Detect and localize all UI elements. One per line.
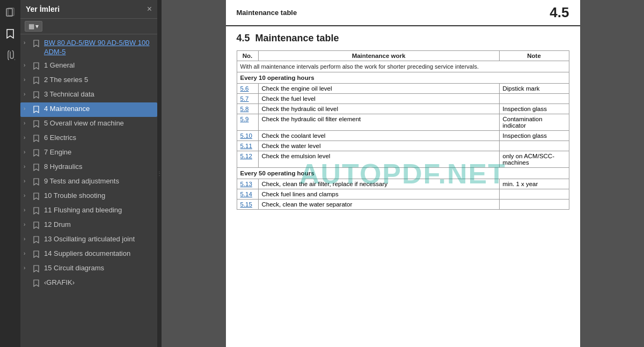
bookmark-item[interactable]: ›15 Circuit diagrams	[20, 262, 157, 276]
bookmark-item[interactable]: ›4 Maintenance	[20, 102, 157, 117]
cell-no: 5.11	[237, 141, 258, 151]
cell-note	[499, 189, 569, 200]
pages-icon[interactable]	[2, 4, 18, 20]
table-row: 5.12Check the emulsion levelonly on ACM/…	[237, 151, 569, 168]
chevron-right-icon[interactable]: ›	[24, 106, 31, 112]
panel-close-button[interactable]: ×	[147, 4, 152, 14]
cell-no: 5.12	[237, 151, 258, 168]
cell-note: Inspection glass	[499, 104, 569, 114]
pdf-page: Maintenance table 4.5 4.5 Maintenance ta…	[226, 0, 580, 347]
chevron-right-icon[interactable]: ›	[24, 91, 31, 97]
bookmark-label: 13 Oscillating articulated joint	[44, 235, 154, 244]
table-intro-row: With all maintenance intervals perform a…	[237, 61, 569, 72]
bookmark-label: 10 Trouble shooting	[44, 191, 154, 201]
bookmark-icon	[33, 77, 42, 86]
bookmark-label: 3 Technical data	[44, 90, 154, 99]
bookmark-item[interactable]: ›8 Hydraulics	[20, 160, 157, 175]
bookmark-icon	[33, 106, 42, 115]
bookmark-item[interactable]: ›3 Technical data	[20, 88, 157, 102]
bookmark-icon	[33, 91, 42, 100]
bookmark-label: 4 Maintenance	[44, 105, 154, 114]
cell-work: Check, clean the air filter, replace if …	[258, 179, 499, 189]
chevron-right-icon[interactable]: ›	[24, 77, 31, 83]
table-row: 5.9Check the hydraulic oil filter elemen…	[237, 114, 569, 131]
bookmark-label: 9 Tests and adjustments	[44, 177, 154, 186]
bookmark-item[interactable]: ›11 Flushing and bleeding	[20, 204, 157, 218]
bookmark-label: 15 Circuit diagrams	[44, 264, 154, 273]
chevron-right-icon[interactable]: ›	[24, 135, 31, 141]
chevron-right-icon[interactable]: ›	[24, 62, 31, 68]
bookmark-icon	[33, 236, 42, 245]
bookmark-item[interactable]: ›7 Engine	[20, 146, 157, 160]
chevron-right-icon[interactable]: ›	[24, 236, 31, 242]
cell-no: 5.9	[237, 114, 258, 131]
bookmark-item[interactable]: ›13 Oscillating articulated joint	[20, 233, 157, 247]
bookmark-icon	[33, 279, 42, 289]
bookmarks-icon[interactable]	[2, 26, 18, 42]
cell-work: Check the coolant level	[258, 131, 499, 141]
chevron-right-icon[interactable]: ›	[24, 40, 31, 46]
col-header-note: Note	[499, 51, 569, 61]
cell-work: Check the emulsion level	[258, 151, 499, 168]
bookmark-item[interactable]: ›12 Drum	[20, 218, 157, 233]
bookmark-item[interactable]: ›BW 80 AD-5/BW 90 AD-5/BW 100 ADM-5	[20, 36, 157, 59]
table-row: 5.14Check fuel lines and clamps	[237, 189, 569, 200]
bookmark-label: 6 Electrics	[44, 134, 154, 143]
bookmark-item[interactable]: ›6 Electrics	[20, 131, 157, 146]
bookmark-icon	[33, 164, 42, 173]
cell-work: Check the hydraulic oil level	[258, 104, 499, 114]
cell-note	[499, 141, 569, 151]
cell-note	[499, 94, 569, 104]
table-row: 5.7Check the fuel level	[237, 94, 569, 104]
bookmark-item[interactable]: ›9 Tests and adjustments	[20, 175, 157, 189]
maintenance-table: No. Maintenance work Note With all maint…	[237, 50, 569, 210]
panel-toolbar: ▦ ▾	[20, 19, 157, 34]
table-row: 5.6Check the engine oil levelDipstick ma…	[237, 84, 569, 94]
cell-work: Check the water level	[258, 141, 499, 151]
chevron-right-icon[interactable]: ›	[24, 149, 31, 155]
chevron-right-icon[interactable]: ›	[24, 265, 31, 271]
toolbar-view-button[interactable]: ▦ ▾	[25, 21, 42, 32]
bookmark-item[interactable]: ›2 The series 5	[20, 73, 157, 88]
cell-note: Inspection glass	[499, 131, 569, 141]
bookmark-icon	[33, 120, 42, 129]
bookmark-label: 7 Engine	[44, 148, 154, 157]
chevron-right-icon[interactable]: ›	[24, 178, 31, 184]
cell-note	[499, 200, 569, 210]
cell-work: Check the hydraulic oil filter element	[258, 114, 499, 131]
bookmarks-panel: Yer İmleri × ▦ ▾ ›BW 80 AD-5/BW 90 AD-5/…	[20, 0, 157, 347]
bookmark-icon	[33, 149, 42, 158]
svg-rect-0	[6, 9, 12, 16]
bookmark-label: 11 Flushing and bleeding	[44, 206, 154, 215]
bookmark-item[interactable]: ‹GRAFIK›	[20, 276, 157, 291]
bookmark-item[interactable]: ›1 General	[20, 59, 157, 73]
bookmark-item[interactable]: ›5 Overall view of machine	[20, 117, 157, 131]
table-row: 5.15Check, clean the water separator	[237, 200, 569, 210]
cell-no: 5.13	[237, 179, 258, 189]
bookmark-icon	[33, 193, 42, 202]
bookmark-item[interactable]: ›10 Trouble shooting	[20, 189, 157, 204]
cell-no: 5.10	[237, 131, 258, 141]
chevron-right-icon[interactable]: ›	[24, 250, 31, 256]
bookmark-label: 14 Suppliers documentation	[44, 249, 154, 259]
chevron-right-icon[interactable]: ›	[24, 207, 31, 213]
table-row: 5.10Check the coolant levelInspection gl…	[237, 131, 569, 141]
cell-note: Dipstick mark	[499, 84, 569, 94]
cell-no: 5.15	[237, 200, 258, 210]
pdf-body: 4.5 Maintenance table No. Maintenance wo…	[226, 26, 580, 216]
attachments-icon[interactable]	[2, 47, 18, 63]
table-row: 5.8Check the hydraulic oil levelInspecti…	[237, 104, 569, 114]
bookmark-icon	[33, 207, 42, 216]
svg-rect-1	[8, 8, 14, 16]
cell-work: Check, clean the water separator	[258, 200, 499, 210]
chevron-right-icon[interactable]: ›	[24, 193, 31, 198]
resize-handle[interactable]: ⋮	[157, 0, 162, 347]
chevron-right-icon[interactable]: ›	[24, 222, 31, 227]
chevron-right-icon[interactable]: ›	[24, 164, 31, 169]
bookmark-label: ‹GRAFIK›	[44, 278, 154, 287]
icon-rail	[0, 0, 20, 347]
bookmark-item[interactable]: ›14 Suppliers documentation	[20, 247, 157, 262]
chevron-down-icon: ▾	[35, 23, 39, 30]
table-row: 5.13Check, clean the air filter, replace…	[237, 179, 569, 189]
chevron-right-icon[interactable]: ›	[24, 120, 31, 126]
